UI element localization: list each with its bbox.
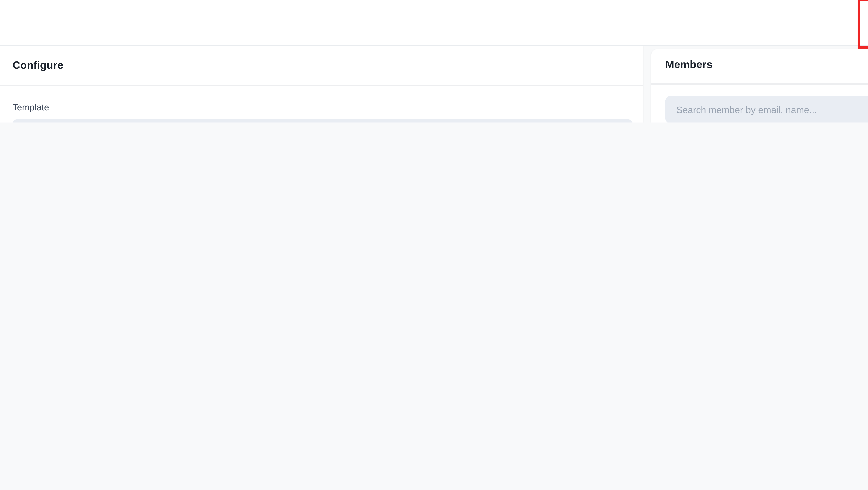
member-search-input[interactable] — [665, 96, 868, 123]
members-divider — [651, 83, 868, 84]
members-heading: Members — [665, 58, 712, 71]
create-pipeline-page: Create Pipeline: Export LCL Cancel Save … — [0, 0, 868, 123]
member-search-wrap — [665, 96, 868, 123]
members-panel: Members No members have been added. Add … — [651, 49, 868, 123]
header-bar — [0, 0, 868, 46]
